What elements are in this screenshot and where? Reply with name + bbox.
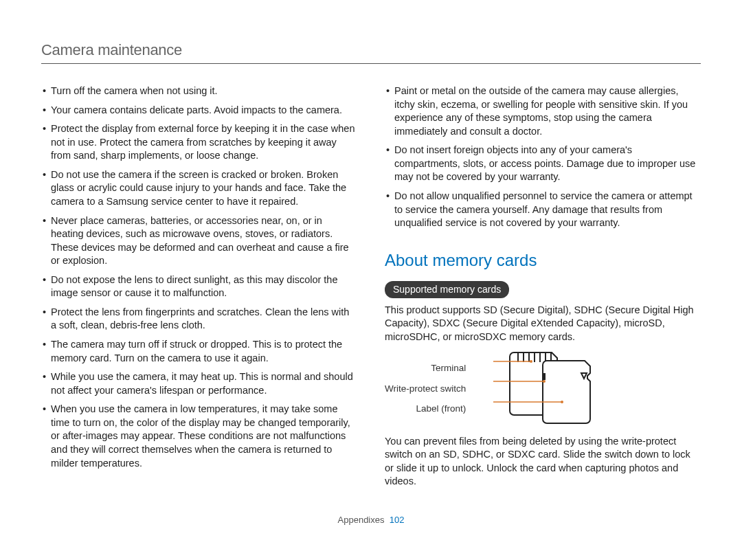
diagram-label-front: Label (front) [385, 399, 466, 419]
header-divider [41, 63, 701, 64]
sd-card-diagram: Terminal Write-protect switch Label (fro… [385, 351, 701, 427]
svg-point-13 [561, 401, 563, 403]
list-item: Protect the lens from fingerprints and s… [51, 306, 357, 333]
svg-point-9 [530, 360, 532, 363]
list-item: Do not insert foreign objects into any o… [394, 144, 701, 184]
list-item: The camera may turn off if struck or dro… [51, 338, 357, 365]
svg-point-11 [543, 380, 546, 383]
right-column: Paint or metal on the outside of the cam… [385, 85, 701, 495]
page-title: Camera maintenance [41, 41, 701, 59]
list-item: Paint or metal on the outside of the cam… [394, 85, 701, 138]
list-item: Turn off the camera when not using it. [51, 85, 357, 98]
section-heading: About memory cards [385, 249, 701, 271]
list-item: When you use the camera in low temperatu… [51, 403, 357, 470]
list-item: Your camera contains delicate parts. Avo… [51, 104, 357, 117]
list-item: Do not allow unqualified personnel to se… [394, 190, 701, 230]
left-column: Turn off the camera when not using it. Y… [41, 85, 357, 495]
diagram-label-terminal: Terminal [385, 358, 466, 379]
left-bullet-list: Turn off the camera when not using it. Y… [41, 85, 357, 470]
footer-section: Appendixes [338, 515, 385, 525]
sd-card-icon [493, 351, 614, 427]
list-item: Never place cameras, batteries, or acces… [51, 214, 357, 268]
diagram-label-write-protect: Write-protect switch [385, 379, 466, 399]
right-bullet-list: Paint or metal on the outside of the cam… [385, 85, 701, 230]
list-item: Do not expose the lens to direct sunligh… [51, 273, 357, 300]
svg-rect-7 [543, 373, 546, 380]
outro-paragraph: You can prevent files from being deleted… [385, 435, 701, 489]
list-item: While you use the camera, it may heat up… [51, 370, 357, 397]
intro-paragraph: This product supports SD (Secure Digital… [385, 304, 701, 344]
list-item: Protect the display from external force … [51, 122, 357, 163]
subsection-pill: Supported memory cards [385, 281, 509, 298]
list-item: Do not use the camera if the screen is c… [51, 168, 357, 209]
page-footer: Appendixes 102 [41, 515, 701, 525]
footer-page-number: 102 [390, 515, 405, 525]
